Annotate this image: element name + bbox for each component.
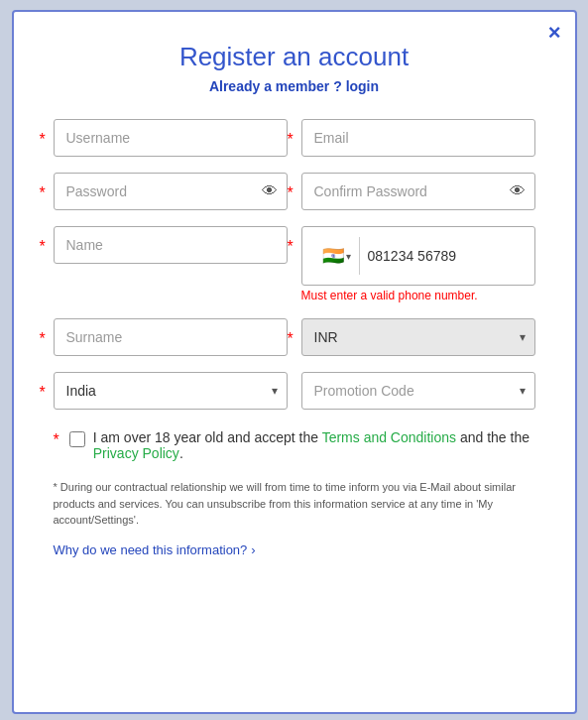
registration-form: * * * 👁︎ * 👁︎ *: [54, 119, 535, 410]
promo-select-wrap: Promotion Code ▾: [301, 372, 535, 410]
currency-select-wrap: INR USD EUR ▾: [301, 318, 535, 356]
already-member-link[interactable]: Already a member ? login: [209, 78, 379, 94]
confirm-password-required: *: [288, 184, 294, 202]
password-required: *: [40, 184, 46, 202]
country-field-wrap: * India USA UK ▾: [54, 372, 288, 410]
username-input[interactable]: [54, 119, 288, 157]
terms-link[interactable]: Terms and Conditions: [322, 429, 456, 445]
flag-dropdown-arrow: ▾: [346, 251, 351, 262]
terms-checkbox[interactable]: [69, 431, 85, 447]
phone-input[interactable]: [360, 238, 523, 274]
disclaimer-text: * During our contractual relationship we…: [54, 479, 535, 529]
name-required: *: [40, 238, 46, 256]
phone-error-message: Must enter a valid phone number.: [301, 289, 535, 302]
promo-field-wrap: Promotion Code ▾: [301, 372, 535, 410]
phone-flag-dropdown[interactable]: 🇮🇳 ▾: [314, 237, 360, 275]
surname-required: *: [40, 330, 46, 348]
phone-required: *: [288, 238, 294, 256]
name-input[interactable]: [54, 226, 288, 264]
password-field-wrap: * 👁︎: [54, 173, 288, 210]
confirm-password-field-wrap: * 👁︎: [301, 173, 535, 210]
login-link[interactable]: Already a member ? login: [54, 78, 535, 94]
terms-text: I am over 18 year old and accept the Ter…: [93, 429, 529, 461]
password-eye-icon[interactable]: 👁︎: [262, 182, 278, 200]
confirm-password-field: 👁︎: [301, 173, 535, 210]
phone-input-wrap: 🇮🇳 ▾: [301, 226, 535, 286]
why-info-link[interactable]: Why do we need this information? ›: [54, 542, 256, 557]
confirm-password-input[interactable]: [301, 173, 535, 210]
currency-select[interactable]: INR USD EUR: [301, 318, 535, 356]
password-field: 👁︎: [54, 173, 288, 210]
privacy-policy-link[interactable]: Privacy Policy: [93, 445, 179, 461]
india-flag-icon: 🇮🇳: [322, 245, 344, 267]
username-required: *: [40, 131, 46, 149]
email-field-wrap: *: [301, 119, 535, 157]
email-input[interactable]: [301, 119, 535, 157]
register-modal: × Register an account Already a member ?…: [12, 10, 577, 714]
close-button[interactable]: ×: [548, 22, 561, 44]
why-info-label: Why do we need this information?: [54, 542, 248, 557]
terms-checkbox-row: * I am over 18 year old and accept the T…: [54, 429, 535, 461]
surname-field-wrap: *: [54, 318, 288, 356]
password-input[interactable]: [54, 173, 288, 210]
country-select[interactable]: India USA UK: [54, 372, 288, 410]
promo-select[interactable]: Promotion Code: [301, 372, 535, 410]
email-required: *: [288, 131, 294, 149]
currency-required: *: [288, 330, 294, 348]
country-select-wrap: India USA UK ▾: [54, 372, 288, 410]
phone-field-wrap: * 🇮🇳 ▾ Must enter a valid phone number.: [301, 226, 535, 302]
country-required: *: [40, 384, 46, 402]
confirm-password-eye-icon[interactable]: 👁︎: [510, 182, 526, 200]
terms-required: *: [54, 431, 59, 449]
surname-input[interactable]: [54, 318, 288, 356]
why-chevron-icon: ›: [251, 542, 255, 557]
name-field-wrap: *: [54, 226, 288, 302]
currency-field-wrap: * INR USD EUR ▾: [301, 318, 535, 356]
modal-title: Register an account: [54, 42, 535, 72]
username-field-wrap: *: [54, 119, 288, 157]
